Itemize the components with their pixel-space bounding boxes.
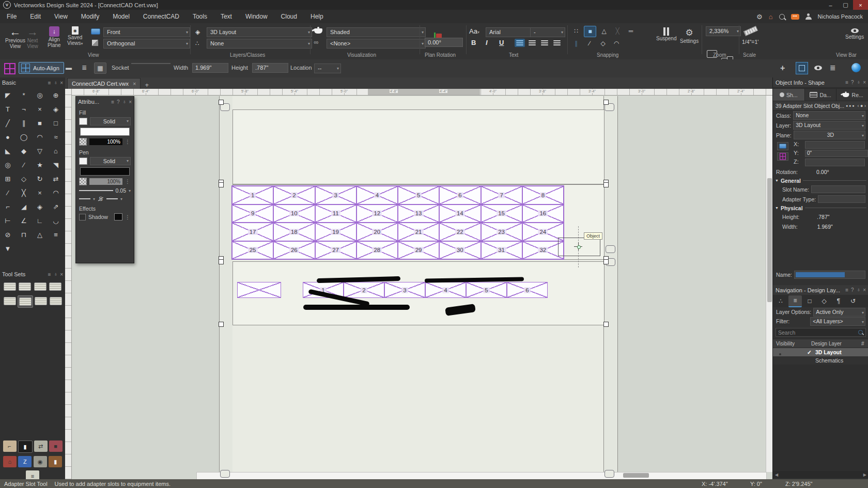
palette-close-icon[interactable]: × [60, 80, 63, 86]
menu-item-window[interactable]: Window [239, 10, 274, 23]
snapping-settings-button[interactable]: ⚙ Settings [680, 27, 699, 44]
move-page-icon[interactable]: + [780, 64, 785, 73]
basic-tool-10[interactable]: ∥ [17, 117, 31, 129]
close-button[interactable]: × [853, 0, 868, 10]
adapter-slot-cell[interactable]: 5 [398, 186, 439, 204]
adapter-slot-tool-button[interactable] [18, 295, 33, 308]
basic-tool-31[interactable]: × [33, 187, 47, 199]
basic-tool-8[interactable]: ◈ [49, 103, 63, 115]
basic-tool-29[interactable]: ∕ [1, 187, 15, 199]
layer-plane-button[interactable] [777, 152, 788, 161]
equipment-panel-top[interactable] [233, 109, 605, 184]
matrix-slot-mode-button[interactable]: ▦ [94, 62, 106, 74]
toolset-tool-button[interactable]: Z [18, 456, 32, 467]
basic-tool-13[interactable]: ● [1, 131, 15, 143]
adapter-slot-cell[interactable]: 28 [357, 241, 398, 260]
messages-icon[interactable]: ••• [791, 14, 799, 20]
palette-close-icon[interactable]: × [863, 287, 866, 293]
font-size-button[interactable]: Aa▾ [469, 27, 479, 35]
horizontal-scrollbar[interactable] [196, 472, 767, 479]
palette-help-icon[interactable]: ? [851, 80, 854, 85]
adapter-slot-cell[interactable]: 27 [315, 241, 357, 260]
pen-swatch[interactable] [79, 158, 87, 165]
adapter-slot-cell[interactable]: 4 [425, 282, 466, 298]
basic-tool-33[interactable]: ⌐ [1, 201, 15, 213]
adapter-slot-cell[interactable]: 16 [522, 204, 564, 223]
plane-dropdown[interactable]: 3D▾ [794, 131, 865, 139]
toolset-tool-button[interactable]: ⌐ [3, 440, 17, 452]
adapter-slot-cell[interactable]: 24 [522, 223, 564, 241]
adapter-slot-cell[interactable]: 20 [357, 223, 398, 241]
toolset-tool-button[interactable]: ◉ [34, 456, 47, 467]
basic-tool-24[interactable]: ◥ [49, 159, 63, 171]
marker-slash-icon[interactable]: S [98, 196, 104, 202]
column-slot-mode-button[interactable]: ≣ [79, 62, 90, 73]
adapter-slot-cell[interactable]: 4 [357, 186, 398, 204]
palette-close-icon[interactable]: × [129, 99, 132, 105]
shadow-menu-icon[interactable]: ⋮ [125, 214, 131, 220]
zoom-dropdown[interactable]: 2,336%▾ [706, 26, 741, 36]
adapter-slot-cell[interactable]: 18 [273, 223, 315, 241]
palette-pin-icon[interactable]: ♀ [54, 80, 58, 86]
basic-tool-23[interactable]: ★ [33, 159, 47, 171]
tab-render[interactable]: Re... [836, 89, 868, 101]
adapter-slot-cell[interactable] [237, 282, 281, 298]
selection-pager[interactable]: ‹ ● › [858, 103, 866, 108]
selection-handle[interactable] [219, 182, 224, 187]
basic-tool-12[interactable]: □ [49, 117, 63, 129]
adapter-slot-cell[interactable]: 25 [232, 241, 273, 260]
toolset-tool-button[interactable]: ⇄ [34, 440, 48, 452]
basic-tool-26[interactable]: ◇ [17, 173, 31, 185]
adapter-slot-cell[interactable]: 21 [398, 223, 439, 241]
adapter-slot-cell[interactable]: 22 [439, 223, 481, 241]
palette-pin-icon[interactable]: ♀ [857, 80, 861, 85]
location-dropdown[interactable]: --▾ [314, 64, 341, 73]
adapter-slot-cell[interactable]: 29 [398, 241, 439, 260]
basic-tool-42[interactable]: ⊓ [17, 229, 31, 241]
snap-mode-icon[interactable]: ◇ [597, 38, 609, 49]
x-field[interactable] [805, 141, 865, 149]
fill-opacity-bar[interactable]: 100% [89, 138, 122, 145]
start-marker-dropdown[interactable]: ▾ [93, 197, 95, 201]
scale-value[interactable]: 1/4"=1' [742, 39, 758, 45]
socket-field[interactable] [131, 63, 171, 64]
basic-tool-19[interactable]: ▽ [33, 145, 47, 157]
vertical-scrollbar[interactable] [766, 96, 772, 472]
layer-row-schematics[interactable]: Schematics [773, 356, 868, 365]
menu-item-cloud[interactable]: Cloud [274, 10, 304, 23]
minimize-button[interactable]: – [823, 0, 838, 10]
shadow-color-swatch[interactable] [114, 213, 122, 221]
render-style-icon[interactable] [314, 28, 322, 34]
palette-close-icon[interactable]: × [60, 272, 63, 277]
selection-handle[interactable] [219, 259, 224, 264]
basic-tool-2[interactable]: * [17, 89, 31, 101]
layer-column-header[interactable]: Design Layer [806, 341, 861, 347]
adapter-slot-cell[interactable]: 13 [398, 204, 439, 223]
adapter-slot-cell[interactable]: 23 [481, 223, 522, 241]
user-name[interactable]: Nicholas Peacock [818, 13, 863, 20]
search-icon[interactable] [779, 14, 785, 20]
palette-menu-icon[interactable]: ≡ [845, 80, 848, 85]
render-mode-dropdown[interactable]: Orthogonal▾ [103, 39, 190, 49]
equipment-tool-button[interactable] [34, 295, 48, 307]
font-dropdown[interactable]: Arial▾ [486, 27, 537, 37]
basic-tool-6[interactable]: ¬ [17, 103, 31, 115]
snap-mode-icon[interactable]: ═ [625, 26, 637, 36]
equipment-tool-button[interactable] [49, 295, 63, 307]
basic-tool-9[interactable]: ╱ [1, 117, 15, 129]
adapter-slot-cell[interactable]: 17 [232, 223, 273, 241]
menu-item-help[interactable]: Help [304, 10, 330, 23]
snap-mode-icon[interactable]: ◠ [611, 38, 622, 49]
palette-pin-icon[interactable]: ♀ [857, 287, 861, 293]
menu-item-view[interactable]: View [48, 10, 74, 23]
render-mode-icon[interactable] [92, 40, 98, 46]
equipment-tool-button[interactable] [48, 281, 63, 292]
basic-tool-43[interactable]: △ [33, 229, 47, 241]
render-style-dropdown[interactable]: Shaded▾ [327, 27, 426, 37]
previous-view-button[interactable]: ← PreviousView [5, 26, 25, 49]
basic-tool-4[interactable]: ⊕ [49, 89, 63, 101]
palette-menu-icon[interactable]: ≡ [48, 80, 51, 86]
fill-swatch[interactable] [79, 118, 87, 125]
align-right-icon[interactable] [539, 39, 550, 47]
adapter-slot-cell[interactable]: 14 [439, 204, 481, 223]
